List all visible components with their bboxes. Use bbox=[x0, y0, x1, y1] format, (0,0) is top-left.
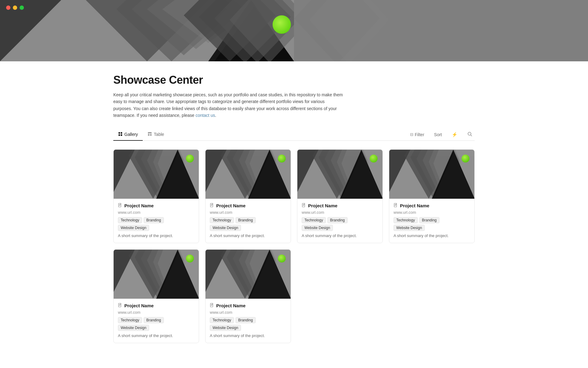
tag: Technology bbox=[302, 217, 326, 223]
doc-icon bbox=[118, 203, 122, 208]
card-url: www.url.com bbox=[118, 310, 194, 315]
toolbar-right: ⊟ Filter Sort ⚡ bbox=[408, 130, 475, 139]
hero-green-dot bbox=[273, 15, 291, 34]
sort-label: Sort bbox=[434, 132, 442, 137]
card-title: Project Name bbox=[216, 303, 246, 308]
card-tags: TechnologyBrandingWebsite Design bbox=[302, 217, 378, 231]
card-summary: A short summary of the project. bbox=[210, 333, 286, 338]
card-summary: A short summary of the project. bbox=[118, 233, 194, 238]
card-url: www.url.com bbox=[302, 210, 378, 215]
page-title: Showcase Center bbox=[113, 74, 475, 86]
card-body: Project Name www.url.comTechnologyBrandi… bbox=[205, 199, 291, 243]
tag: Technology bbox=[118, 217, 142, 223]
doc-icon bbox=[210, 203, 214, 208]
tag: Website Design bbox=[118, 325, 149, 331]
card-green-dot bbox=[370, 155, 378, 163]
minimize-button[interactable] bbox=[13, 6, 17, 10]
card-url: www.url.com bbox=[118, 210, 194, 215]
card-tags: TechnologyBrandingWebsite Design bbox=[118, 217, 194, 231]
search-button[interactable] bbox=[465, 130, 475, 139]
filter-button[interactable]: ⊟ Filter bbox=[408, 131, 427, 138]
fullscreen-button[interactable] bbox=[20, 6, 24, 10]
card-body: Project Name www.url.comTechnologyBrandi… bbox=[114, 299, 199, 343]
lightning-button[interactable]: ⚡ bbox=[449, 131, 460, 139]
filter-label: Filter bbox=[415, 132, 424, 137]
card-image bbox=[205, 250, 291, 299]
main-content: Showcase Center Keep all your critical m… bbox=[95, 61, 493, 362]
tab-table-label: Table bbox=[154, 132, 164, 137]
tag: Website Design bbox=[210, 325, 241, 331]
close-button[interactable] bbox=[6, 6, 10, 10]
tab-gallery[interactable]: Gallery bbox=[113, 129, 143, 141]
card-title: Project Name bbox=[400, 203, 429, 208]
tag: Technology bbox=[394, 217, 418, 223]
doc-icon bbox=[210, 303, 214, 308]
tag: Branding bbox=[327, 217, 348, 223]
card-item[interactable]: Project Name www.url.comTechnologyBrandi… bbox=[389, 149, 475, 243]
card-image bbox=[114, 250, 199, 299]
doc-icon bbox=[302, 203, 306, 208]
tag: Branding bbox=[144, 317, 164, 323]
tabs-bar: Gallery Table ⊟ Filte bbox=[113, 129, 475, 141]
card-tags: TechnologyBrandingWebsite Design bbox=[210, 317, 286, 331]
card-title: Project Name bbox=[124, 203, 154, 208]
tag: Technology bbox=[210, 317, 234, 323]
card-green-dot bbox=[462, 155, 469, 163]
svg-rect-20 bbox=[121, 134, 122, 136]
tag: Website Design bbox=[118, 225, 149, 231]
svg-rect-19 bbox=[119, 134, 120, 136]
card-summary: A short summary of the project. bbox=[210, 233, 286, 238]
card-image bbox=[114, 150, 199, 199]
card-green-dot bbox=[278, 255, 286, 263]
traffic-lights bbox=[6, 6, 24, 10]
card-tags: TechnologyBrandingWebsite Design bbox=[118, 317, 194, 331]
card-green-dot bbox=[278, 155, 286, 163]
tab-gallery-label: Gallery bbox=[124, 132, 138, 137]
card-url: www.url.com bbox=[394, 210, 470, 215]
gallery-grid: Project Name www.url.comTechnologyBrandi… bbox=[113, 149, 475, 343]
contact-link[interactable]: contact us bbox=[196, 113, 215, 118]
card-green-dot bbox=[186, 155, 194, 163]
svg-rect-16 bbox=[0, 0, 588, 61]
card-green-dot bbox=[186, 255, 194, 263]
svg-rect-22 bbox=[148, 134, 149, 135]
description-end: . bbox=[215, 113, 216, 118]
doc-icon bbox=[118, 303, 122, 308]
tag: Website Design bbox=[210, 225, 241, 231]
svg-rect-21 bbox=[148, 132, 152, 133]
card-body: Project Name www.url.comTechnologyBrandi… bbox=[389, 199, 474, 243]
doc-icon bbox=[394, 203, 398, 208]
card-image bbox=[389, 150, 474, 199]
tag: Website Design bbox=[394, 225, 425, 231]
card-item[interactable]: Project Name www.url.comTechnologyBrandi… bbox=[113, 149, 199, 243]
sort-button[interactable]: Sort bbox=[432, 131, 444, 138]
search-icon bbox=[467, 132, 472, 137]
card-item[interactable]: Project Name www.url.comTechnologyBrandi… bbox=[297, 149, 383, 243]
card-image bbox=[205, 150, 291, 199]
description-text: Keep all your critical marketing showcas… bbox=[113, 92, 343, 118]
svg-rect-25 bbox=[150, 135, 152, 136]
card-item[interactable]: Project Name www.url.comTechnologyBrandi… bbox=[113, 249, 199, 343]
tabs-left: Gallery Table bbox=[113, 129, 169, 140]
card-summary: A short summary of the project. bbox=[394, 233, 470, 238]
tag: Website Design bbox=[302, 225, 333, 231]
tag: Technology bbox=[210, 217, 234, 223]
card-item[interactable]: Project Name www.url.comTechnologyBrandi… bbox=[205, 149, 291, 243]
svg-rect-24 bbox=[148, 135, 149, 136]
card-image bbox=[297, 150, 383, 199]
tag: Technology bbox=[118, 317, 142, 323]
tab-table[interactable]: Table bbox=[143, 129, 169, 141]
card-title: Project Name bbox=[124, 303, 154, 308]
hero-geometric-pattern bbox=[0, 0, 588, 61]
card-tags: TechnologyBrandingWebsite Design bbox=[394, 217, 470, 231]
gallery-icon bbox=[118, 132, 123, 137]
filter-icon: ⊟ bbox=[410, 132, 413, 137]
tag: Branding bbox=[236, 217, 256, 223]
card-url: www.url.com bbox=[210, 310, 286, 315]
lightning-icon: ⚡ bbox=[452, 132, 458, 137]
card-item[interactable]: Project Name www.url.comTechnologyBrandi… bbox=[205, 249, 291, 343]
tag: Branding bbox=[236, 317, 256, 323]
tag: Branding bbox=[419, 217, 439, 223]
svg-rect-18 bbox=[121, 132, 122, 134]
card-body: Project Name www.url.comTechnologyBrandi… bbox=[297, 199, 383, 243]
